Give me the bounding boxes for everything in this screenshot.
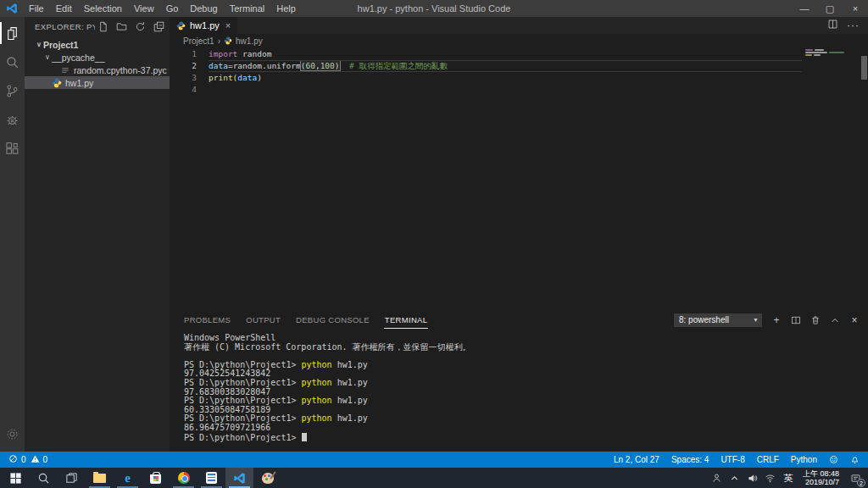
breadcrumb-item[interactable]: hw1.py [236, 36, 263, 46]
maximize-panel-button[interactable] [828, 313, 842, 327]
menu-bar: FileEditSelectionViewGoDebugTerminalHelp [23, 0, 302, 17]
screen: FileEditSelectionViewGoDebugTerminalHelp… [0, 0, 868, 488]
activitybar-debug-icon[interactable] [0, 105, 25, 134]
taskbar-clock[interactable]: 上午 08:48 2019/10/7 [800, 468, 842, 488]
kill-terminal-button[interactable] [809, 313, 822, 327]
terminal-cursor [302, 433, 307, 441]
refresh-icon[interactable] [132, 19, 147, 35]
taskbar-start-button[interactable] [2, 468, 30, 488]
taskbar-task-view-button[interactable] [58, 468, 86, 488]
status-utf-8[interactable]: UTF-8 [721, 455, 744, 464]
taskbar-edge[interactable]: e [114, 468, 142, 488]
network-icon[interactable] [765, 468, 776, 488]
activitybar-explorer-icon[interactable] [0, 19, 25, 47]
panel-tab-terminal[interactable]: TERMINAL [384, 312, 428, 329]
tab-hw1py[interactable]: hw1.py × [170, 17, 237, 34]
terminal-picker-dropdown[interactable]: 8: powershell ▼ [674, 313, 762, 327]
collapse-folders-icon[interactable] [151, 19, 166, 35]
chevron-down-icon: ∨ [35, 41, 43, 48]
menu-help[interactable]: Help [270, 0, 302, 17]
status-python[interactable]: Python [791, 455, 817, 464]
status-error-circle-icon[interactable]: 0 [8, 454, 26, 465]
status-count: 0 [43, 455, 48, 464]
menu-edit[interactable]: Edit [50, 0, 78, 17]
code-line-2: 2data=random.uniform(60,100) # 取得指定範圍之間的… [170, 60, 802, 72]
activitybar-manage-gear-icon[interactable] [0, 419, 25, 448]
terminal-line: 86.96475709721966 [184, 424, 868, 433]
taskbar-file-explorer[interactable] [86, 468, 114, 488]
more-actions-icon[interactable]: ··· [847, 19, 860, 31]
terminal-line: 著作權 (C) Microsoft Corporation. 著作權所有，並保留… [184, 343, 868, 352]
menu-go[interactable]: Go [160, 0, 185, 17]
hidden-icons-chevron-icon[interactable] [729, 468, 741, 488]
new-folder-icon[interactable] [114, 19, 129, 35]
clock-time: 上午 08:48 [803, 469, 839, 478]
vscode-logo-icon[interactable] [6, 3, 18, 14]
panel-tab-output[interactable]: OUTPUT [245, 312, 281, 329]
pyc-file-icon [60, 65, 70, 75]
panel-tab-debug-console[interactable]: DEBUG CONSOLE [295, 312, 370, 329]
code-text: import random [209, 48, 271, 60]
editor[interactable]: 1import random2data=random.uniform(60,10… [170, 47, 868, 309]
activitybar-extensions-icon[interactable] [0, 134, 25, 163]
taskbar-chrome[interactable] [170, 468, 198, 488]
terminal-line: PS D:\python\Project1> python hw1.py [184, 379, 868, 388]
notifications-bell-icon[interactable] [850, 455, 860, 464]
maximize-button[interactable]: ▢ [817, 0, 843, 17]
split-terminal-button[interactable] [789, 313, 803, 327]
status-spaces-4[interactable]: Spaces: 4 [671, 455, 709, 464]
terminal-prompt: PS D:\python\Project1> [184, 413, 301, 423]
minimap[interactable] [802, 47, 860, 309]
panel-header: PROBLEMSOUTPUTDEBUG CONSOLETERMINAL 8: p… [170, 309, 868, 330]
taskbar-paint[interactable] [253, 468, 281, 488]
tree-item-hw1-py[interactable]: hw1.py [25, 76, 170, 89]
status-crlf[interactable]: CRLF [757, 455, 779, 464]
tree-item-random-cpython-37-pyc[interactable]: random.cpython-37.pyc [25, 64, 170, 76]
terminal-output[interactable]: Windows PowerShell著作權 (C) Microsoft Corp… [170, 330, 868, 452]
taskbar-microsoft-store[interactable] [142, 468, 170, 488]
terminal-args: hw1.py [332, 360, 368, 369]
menu-selection[interactable]: Selection [78, 0, 128, 17]
terminal-command: python [301, 396, 331, 405]
activity-bar [0, 17, 25, 452]
activitybar-search-icon[interactable] [0, 47, 25, 76]
menu-terminal[interactable]: Terminal [224, 0, 271, 17]
people-icon[interactable] [711, 468, 723, 488]
clock-date: 2019/10/7 [805, 478, 839, 486]
notification-badge: 2 [857, 479, 865, 487]
tab-close-icon[interactable]: × [224, 20, 232, 30]
tree-item-project1[interactable]: ∨Project1 [25, 38, 170, 51]
menu-view[interactable]: View [128, 0, 160, 17]
line-number: 3 [170, 72, 209, 84]
split-editor-icon[interactable] [827, 18, 838, 33]
volume-icon[interactable] [747, 468, 759, 488]
menu-file[interactable]: File [23, 0, 50, 17]
action-center-icon[interactable]: 2 [848, 468, 863, 488]
status-warning-triangle-icon[interactable]: 0 [31, 454, 48, 465]
explorer-toolbar [95, 19, 166, 35]
new-file-icon[interactable] [95, 19, 110, 35]
minimize-button[interactable]: — [792, 0, 817, 17]
status-ln-2-col-27[interactable]: Ln 2, Col 27 [614, 455, 659, 464]
panel-tab-problems[interactable]: PROBLEMS [183, 312, 231, 329]
close-panel-button[interactable]: × [848, 313, 861, 327]
feedback-smiley-icon[interactable] [829, 455, 838, 464]
status-count: 0 [21, 455, 26, 464]
taskbar-document-app[interactable] [198, 468, 225, 488]
breadcrumb-item[interactable]: Project1 [183, 36, 214, 46]
close-button[interactable]: × [843, 0, 868, 17]
chrome-icon [178, 472, 190, 484]
activitybar-source-control-icon[interactable] [0, 76, 25, 105]
menu-debug[interactable]: Debug [184, 0, 223, 17]
token: ) [257, 73, 262, 82]
terminal-command: python [301, 378, 331, 387]
new-terminal-button[interactable]: + [770, 313, 783, 327]
taskbar-taskbar-search[interactable] [30, 468, 58, 488]
terminal-prompt: PS D:\python\Project1> [184, 360, 301, 369]
terminal-args: hw1.py [332, 396, 368, 405]
terminal-line: Windows PowerShell [184, 334, 868, 343]
ime-language-indicator[interactable]: 英 [782, 468, 794, 488]
taskbar-vscode[interactable] [225, 468, 253, 488]
editor-scrollbar[interactable] [861, 56, 867, 80]
tree-item---pycache--[interactable]: ∨__pycache__ [25, 51, 170, 64]
